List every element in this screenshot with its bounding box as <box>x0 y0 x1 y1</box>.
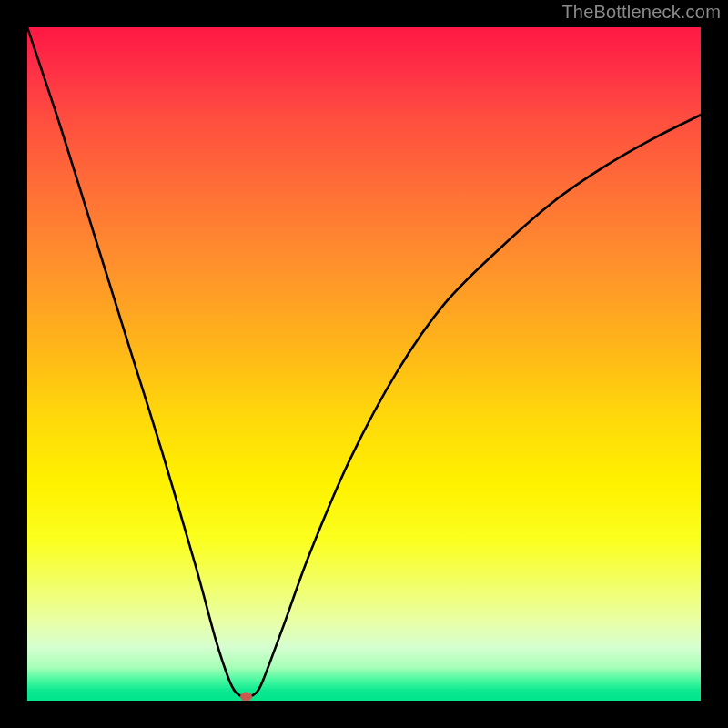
bottleneck-curve-svg <box>27 27 701 701</box>
plot-area <box>27 27 701 701</box>
chart-frame: TheBottleneck.com <box>0 0 728 728</box>
watermark-text: TheBottleneck.com <box>561 2 721 23</box>
optimal-point-marker <box>240 693 252 701</box>
bottleneck-curve <box>27 27 701 697</box>
